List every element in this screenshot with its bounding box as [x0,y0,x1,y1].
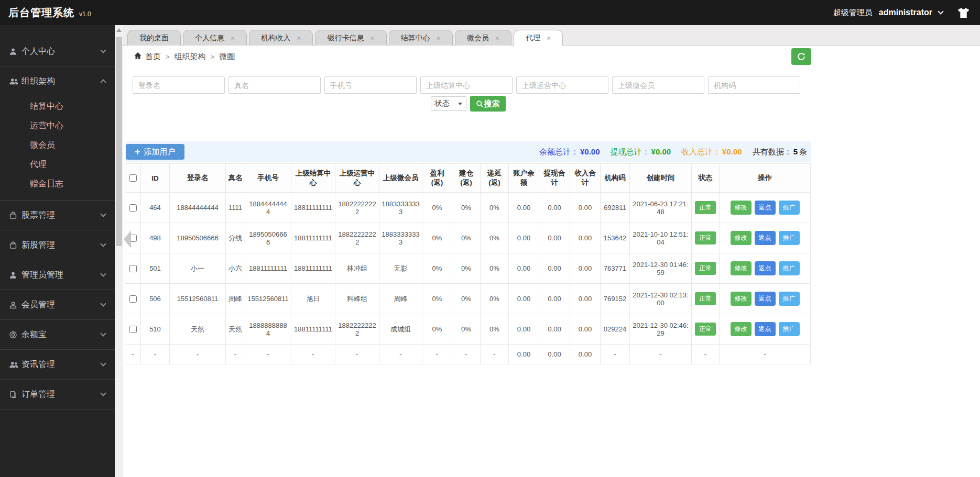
row-checkbox[interactable] [129,204,137,212]
promote-button[interactable]: 推广 [779,261,800,275]
tab-close-icon[interactable]: × [231,35,235,42]
filter-input-parent-operation-center[interactable] [516,76,608,94]
tab-银行卡信息[interactable]: 银行卡信息× [315,30,386,46]
sidebar-item-组织架构[interactable]: 组织架构 [0,66,115,96]
search-button[interactable]: 搜索 [470,96,506,112]
tab-close-icon[interactable]: × [370,35,374,42]
modify-button[interactable]: 修改 [731,322,752,336]
footer-cell: - [141,345,170,364]
total-count: 共有数据：5条 [753,147,807,157]
rebate-button[interactable]: 返点 [755,292,776,306]
total-count-label: 共有数据： [753,147,792,156]
col-position-rebate: 建仓(返) [452,164,481,193]
cell-org-code: 763771 [601,253,630,284]
sidebar-item-订单管理[interactable]: 订单管理 [0,380,115,409]
tab-close-icon[interactable]: × [297,35,301,42]
sidebar-item-label: 订单管理 [21,389,101,400]
filter-input-parent-settlement-center[interactable] [420,76,513,94]
tab-结算中心[interactable]: 结算中心× [389,30,453,46]
footer-cell: 0.00 [570,345,601,364]
modify-button[interactable]: 修改 [731,292,752,306]
breadcrumb-home[interactable]: 首页 [134,52,161,62]
status-select[interactable]: 状态 [431,96,466,111]
sidebar-collapse-handle[interactable] [124,230,131,248]
row-checkbox[interactable] [129,265,137,272]
theme-tshirt-icon[interactable] [957,7,970,18]
scrollbar-thumb[interactable] [116,37,122,246]
sidebar-scrollbar[interactable] [115,25,123,477]
sidebar-item-资讯管理[interactable]: 资讯管理 [0,350,115,379]
rebate-button[interactable]: 返点 [755,322,776,336]
row-checkbox[interactable] [129,326,137,333]
cell-profit-rebate: 0% [422,193,452,223]
refresh-icon [797,52,806,61]
filter-input-real-name[interactable] [228,76,321,94]
filter-input-org-code[interactable] [708,76,800,94]
member-icon [9,301,21,309]
tab-close-icon[interactable]: × [495,35,499,42]
promote-button[interactable]: 推广 [779,201,800,215]
tab-我的桌面[interactable]: 我的桌面 [127,30,181,46]
sidebar-subitem-结算中心[interactable]: 结算中心 [0,97,115,116]
sidebar-item-label: 余额宝 [21,329,101,340]
cell-select [125,253,141,284]
modify-button[interactable]: 修改 [731,201,752,215]
tab-个人信息[interactable]: 个人信息× [183,30,247,46]
promote-button[interactable]: 推广 [779,292,800,306]
sidebar-subitem-微会员[interactable]: 微会员 [0,136,115,155]
sidebar-item-股票管理[interactable]: 股票管理 [0,201,115,230]
filter-input-phone[interactable] [324,76,417,94]
sidebar-block: 管理员管理 [0,260,115,290]
sidebar-subitem-代理[interactable]: 代理 [0,155,115,174]
user-menu[interactable]: 超级管理员 administrator [833,7,970,18]
sidebar-item-label: 资讯管理 [21,359,101,370]
tab-微会员[interactable]: 微会员× [455,30,511,46]
tab-机构收入[interactable]: 机构收入× [249,30,313,46]
tab-代理[interactable]: 代理× [514,30,563,46]
tab-close-icon[interactable]: × [547,35,551,42]
modify-button[interactable]: 修改 [731,231,752,245]
breadcrumb-item-微圈: 微圈 [219,52,235,62]
cell-actions: 修改返点推广 [720,284,811,314]
cell-position-rebate: 0% [452,193,481,223]
footer-cell: - [481,345,509,364]
modify-button[interactable]: 修改 [731,261,752,275]
refresh-button[interactable] [791,48,811,65]
sidebar-subitem-赠金日志[interactable]: 赠金日志 [0,174,115,194]
sidebar-block: 新股管理 [0,230,115,260]
rebate-button[interactable]: 返点 [755,201,776,215]
stat-label: 提现总计： [611,147,650,156]
cell-withdraw-total: 0.00 [539,314,570,345]
sidebar-item-会员管理[interactable]: 会员管理 [0,290,115,319]
filter-input-login-name[interactable] [133,76,225,94]
promote-button[interactable]: 推广 [779,322,800,336]
rebate-button[interactable]: 返点 [755,261,776,275]
cell-parent-settlement: 18811111111 [291,223,335,253]
table-row: 4641884444444411111884444444418811111111… [125,193,811,223]
sidebar-item-个人中心[interactable]: 个人中心 [0,37,115,66]
cell-actions: 修改返点推广 [720,223,811,253]
cell-login-name: 18950506666 [170,223,226,253]
tab-close-icon[interactable]: × [437,35,441,42]
wallet-icon [9,331,21,339]
sidebar-item-余额宝[interactable]: 余额宝 [0,320,115,349]
breadcrumb-item-组织架构[interactable]: 组织架构 [175,52,206,62]
sidebar-block: 资讯管理 [0,350,115,380]
footer-cell: - [291,345,335,364]
cell-parent-operation: 科峰组 [335,284,379,314]
promote-button[interactable]: 推广 [779,231,800,245]
scrollbar-up-arrow-icon[interactable] [116,28,122,32]
select-all-checkbox[interactable] [129,174,137,182]
footer-cell: - [335,345,379,364]
filter-input-parent-member[interactable] [612,76,704,94]
sidebar-subitem-运营中心[interactable]: 运营中心 [0,116,115,136]
sidebar-item-新股管理[interactable]: 新股管理 [0,230,115,260]
cell-parent-operation: 18822222222 [335,193,379,223]
sidebar-item-管理员管理[interactable]: 管理员管理 [0,260,115,290]
cell-id: 498 [141,223,170,253]
row-checkbox[interactable] [129,295,137,303]
add-user-button[interactable]: + 添加用户 [126,144,184,160]
table-toolbar: + 添加用户 余额总计：¥0.00提现总计：¥0.00收入总计：¥0.00共有数… [125,141,811,162]
rebate-button[interactable]: 返点 [755,231,776,245]
cell-withdraw-total: 0.00 [539,223,570,253]
